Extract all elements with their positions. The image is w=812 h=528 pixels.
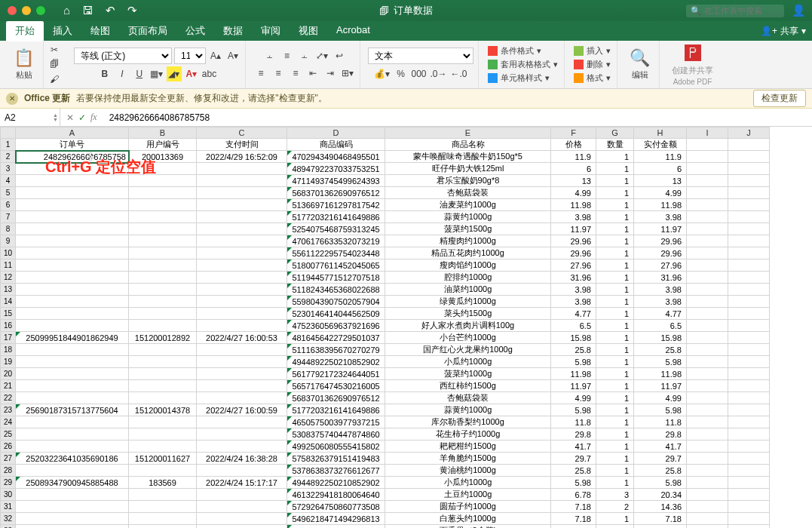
cell-C2[interactable]: 2022/4/29 16:52:09 <box>197 151 287 163</box>
cell-G27[interactable]: 1 <box>596 453 634 465</box>
cell-G5[interactable]: 1 <box>596 187 634 199</box>
cell-A33[interactable] <box>16 525 129 529</box>
cell-I31[interactable] <box>687 501 728 513</box>
cell-E3[interactable]: 旺仔牛奶大铁125ml <box>385 163 551 175</box>
row-header-25[interactable]: 25 <box>1 428 16 441</box>
cell-C28[interactable] <box>197 465 287 477</box>
row-header-3[interactable]: 3 <box>1 163 16 175</box>
cell-I22[interactable] <box>687 392 728 404</box>
cell-F31[interactable]: 7.18 <box>551 501 596 513</box>
cell-H33[interactable] <box>634 525 687 529</box>
cell-F13[interactable]: 3.98 <box>551 284 596 296</box>
spreadsheet-grid[interactable]: Ctrl+G 定位空值 ABCDEFGHIJ1订单号用户编号支付时间商品编码商品… <box>0 127 812 528</box>
cell-D31[interactable]: 5729264750860773508 <box>287 501 385 513</box>
cell-F17[interactable]: 15.98 <box>551 332 596 344</box>
increase-font-icon[interactable]: A▴ <box>208 48 223 63</box>
row-header-15[interactable]: 15 <box>1 308 16 320</box>
cell-G20[interactable]: 1 <box>596 368 634 380</box>
cell-C7[interactable] <box>197 211 287 223</box>
cell-B28[interactable] <box>129 465 197 477</box>
row-header-11[interactable]: 11 <box>1 259 16 272</box>
cell-B14[interactable] <box>129 296 197 308</box>
cell-B33[interactable] <box>129 525 197 529</box>
cell-G29[interactable]: 1 <box>596 477 634 489</box>
cell-E22[interactable]: 杏鲍菇袋装 <box>385 392 551 404</box>
cell-I25[interactable] <box>687 428 728 441</box>
cell-C19[interactable] <box>197 356 287 368</box>
cell-I14[interactable] <box>687 296 728 308</box>
cell-I4[interactable] <box>687 175 728 187</box>
cell-J12[interactable] <box>728 272 770 284</box>
cell-I13[interactable] <box>687 284 728 296</box>
cell-C14[interactable] <box>197 296 287 308</box>
cell-C15[interactable] <box>197 308 287 320</box>
align-center-icon[interactable]: ≡ <box>271 66 286 81</box>
cell-D17[interactable]: 4816456422729501037 <box>287 332 385 344</box>
formula-input[interactable]: 2482962666408678575­8 <box>103 112 812 123</box>
cell-B31[interactable] <box>129 501 197 513</box>
cell-G26[interactable]: 1 <box>596 441 634 453</box>
font-size-select[interactable]: 11 <box>174 48 206 64</box>
cell-F27[interactable]: 29.7 <box>551 453 596 465</box>
cell-C33[interactable] <box>197 525 287 529</box>
cell-H17[interactable]: 15.98 <box>634 332 687 344</box>
row-header-1[interactable]: 1 <box>1 139 16 151</box>
cell-J28[interactable] <box>728 465 770 477</box>
cell-J9[interactable] <box>728 235 770 247</box>
cell-A18[interactable] <box>16 344 129 356</box>
cell-I11[interactable] <box>687 259 728 272</box>
cell-C3[interactable] <box>197 163 287 175</box>
cell-A12[interactable] <box>16 272 129 284</box>
cell-D14[interactable]: 5598043907502057904 <box>287 296 385 308</box>
cell-J10[interactable] <box>728 247 770 259</box>
header-cell[interactable]: 商品编码 <box>287 139 385 151</box>
cell-E16[interactable]: 好人家水煮肉片调料100g <box>385 320 551 332</box>
header-cell[interactable]: 用户编号 <box>129 139 197 151</box>
cell-J32[interactable] <box>728 513 770 525</box>
cell-H14[interactable]: 3.98 <box>634 296 687 308</box>
cell-I23[interactable] <box>687 404 728 416</box>
cell-B8[interactable] <box>129 223 197 235</box>
namebox-stepper-icon[interactable]: ▲▼ <box>53 113 58 122</box>
cell-A7[interactable] <box>16 211 129 223</box>
cell-D23[interactable]: 5177203216141649886 <box>287 404 385 416</box>
edit-button[interactable]: 🔍 编辑 <box>625 47 654 82</box>
col-header-F[interactable]: F <box>551 127 596 139</box>
cell-A17[interactable]: 2509995184490186294­9 <box>16 332 129 344</box>
cell-E20[interactable]: 菠菜约1000g <box>385 368 551 380</box>
percent-icon[interactable]: % <box>393 66 408 81</box>
row-header-32[interactable]: 32 <box>1 513 16 525</box>
paste-button[interactable]: 📋 粘贴 <box>9 47 38 82</box>
cell-B10[interactable] <box>129 247 197 259</box>
cell-C18[interactable] <box>197 344 287 356</box>
cell-I6[interactable] <box>687 199 728 211</box>
row-header-4[interactable]: 4 <box>1 175 16 187</box>
cell-E6[interactable]: 油麦菜约1000g <box>385 199 551 211</box>
cell-D24[interactable]: 4650575003977937215 <box>287 416 385 428</box>
cell-B17[interactable]: 151200012892 <box>129 332 197 344</box>
cell-A15[interactable] <box>16 308 129 320</box>
close-window-icon[interactable] <box>8 6 17 15</box>
confirm-formula-icon[interactable]: ✓ <box>78 112 86 123</box>
cell-E25[interactable]: 花生柿子约1000g <box>385 428 551 441</box>
cell-F19[interactable]: 5.98 <box>551 356 596 368</box>
cell-A26[interactable] <box>16 441 129 453</box>
cell-I5[interactable] <box>687 187 728 199</box>
cell-G25[interactable]: 1 <box>596 428 634 441</box>
cell-E23[interactable]: 蒜黄约1000g <box>385 404 551 416</box>
cell-H28[interactable]: 25.8 <box>634 465 687 477</box>
cell-J13[interactable] <box>728 284 770 296</box>
cell-C5[interactable] <box>197 187 287 199</box>
cell-E31[interactable]: 圆茄子约1000g <box>385 501 551 513</box>
cell-H24[interactable]: 11.8 <box>634 416 687 428</box>
cell-D5[interactable]: 5683701362690976512 <box>287 187 385 199</box>
orientation-icon[interactable]: ⤢▾ <box>314 48 329 63</box>
cell-J31[interactable] <box>728 501 770 513</box>
row-header-21[interactable]: 21 <box>1 380 16 392</box>
cell-B30[interactable] <box>129 489 197 501</box>
cell-I8[interactable] <box>687 223 728 235</box>
cell-F15[interactable]: 4.77 <box>551 308 596 320</box>
cell-B32[interactable] <box>129 513 197 525</box>
cell-G6[interactable]: 1 <box>596 199 634 211</box>
cell-A25[interactable] <box>16 428 129 441</box>
